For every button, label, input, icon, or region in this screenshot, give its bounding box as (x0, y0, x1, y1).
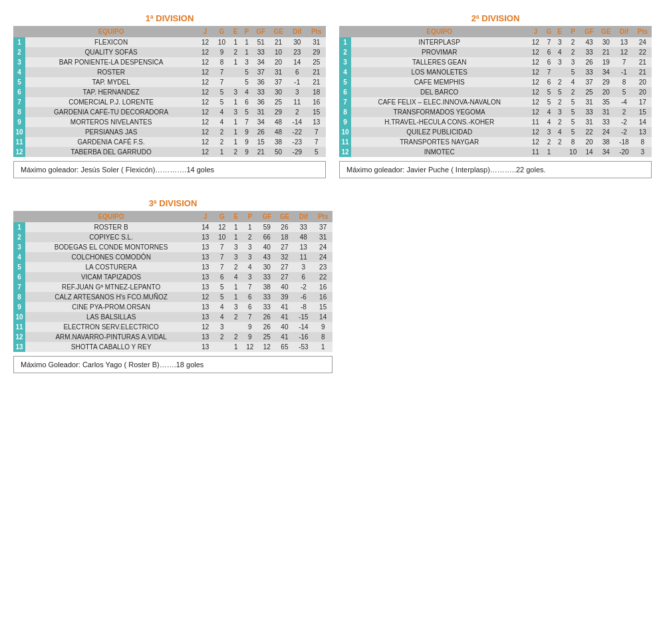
stat-cell: 7 (307, 127, 326, 137)
stat-cell: 10 (213, 37, 230, 47)
table-row: 3BAR PONIENTE-LA DESPENSICA1281334201425 (13, 57, 326, 67)
stat-cell: 2 (565, 37, 581, 47)
stat-cell: 4 (241, 262, 258, 272)
table-row: 8TRANSFORMADOS YEGOMA124353331215 (339, 107, 652, 117)
stat-cell: 4 (543, 107, 554, 117)
table-row: 4COLCHONES COMODÓN1373343321124 (13, 252, 332, 262)
rank-cell: 8 (339, 107, 351, 117)
div3-scorer-note: Máximo Goleador: Carlos Yago ( Roster B)… (13, 356, 332, 373)
stat-cell: 5 (565, 117, 581, 127)
stat-cell: 33 (258, 292, 275, 302)
stat-cell: 2 (555, 97, 565, 107)
team-name-cell: CAFE MEMPHIS (351, 77, 527, 87)
rank-cell: 9 (339, 117, 351, 127)
stat-cell: 7 (543, 37, 554, 47)
team-name-cell: ROSTER (25, 67, 197, 77)
div3-header-ge: GE (275, 211, 293, 222)
stat-cell: 36 (252, 97, 269, 107)
div3-header-gf: GF (258, 211, 275, 222)
stat-cell: -15 (293, 312, 313, 322)
stat-cell: 2 (230, 262, 241, 272)
stat-cell: 4 (213, 107, 230, 117)
bottom-row: 3ª DIVISION EQUIPO J G E P GF GE Dif Pts (13, 198, 652, 373)
stat-cell: 5 (565, 107, 581, 117)
stat-cell: 66 (258, 232, 275, 242)
stat-cell: 7 (543, 67, 554, 77)
stat-cell: 13 (197, 302, 213, 312)
rank-cell: 11 (13, 137, 25, 147)
stat-cell: 34 (597, 67, 614, 77)
stat-cell: 4 (565, 77, 581, 87)
team-name-cell: GARDENIA CAFÉ F.S. (25, 137, 197, 147)
stat-cell: 24 (313, 242, 332, 252)
div1-header-dif: Dif (287, 26, 307, 37)
stat-cell: 12 (527, 77, 543, 87)
team-name-cell: REF.JUAN Gª MTNEZ-LEPANTO (25, 282, 197, 292)
table-row: 8GARDENIA CAFÉ-TU DECORADORA124353129215 (13, 107, 326, 117)
stat-cell: 38 (258, 282, 275, 292)
team-name-cell: COMERCIAL P.J. LORENTE (25, 97, 197, 107)
stat-cell: 5 (565, 127, 581, 137)
table-row: 6VICAM TAPIZADOS136433327622 (13, 272, 332, 282)
stat-cell: 3 (213, 322, 230, 332)
rank-cell: 5 (13, 77, 25, 87)
stat-cell: 27 (275, 272, 293, 282)
table-row: 12INMOTEC111101434-203 (339, 147, 652, 157)
stat-cell: 20 (269, 57, 287, 67)
stat-cell: 26 (275, 222, 293, 232)
stat-cell: 4 (213, 312, 230, 322)
team-name-cell: FLEXICON (25, 37, 197, 47)
table-row: 12ARM.NAVARRO-PINTURAS A.VIDAL132292541-… (13, 332, 332, 342)
stat-cell: 1 (230, 57, 241, 67)
stat-cell: 5 (241, 67, 253, 77)
stat-cell: 15 (307, 107, 326, 117)
stat-cell: 1 (241, 37, 253, 47)
stat-cell: 4 (543, 117, 554, 127)
stat-cell: 10 (565, 147, 581, 157)
stat-cell: 7 (241, 282, 258, 292)
stat-cell: 2 (565, 87, 581, 97)
stat-cell: 1 (230, 282, 241, 292)
rank-cell: 5 (13, 262, 25, 272)
stat-cell: 3 (555, 57, 565, 67)
stat-cell: 12 (197, 147, 213, 157)
stat-cell: 2 (213, 137, 230, 147)
stat-cell: 7 (307, 137, 326, 147)
stat-cell: 6 (543, 47, 554, 57)
stat-cell: 24 (313, 252, 332, 262)
stat-cell: 1 (241, 222, 258, 232)
team-name-cell: PERSIANAS JAS (25, 127, 197, 137)
table-row: 6TAP. HERNANDEZ125343330318 (13, 87, 326, 97)
stat-cell: 14 (581, 147, 598, 157)
team-name-cell: SHOTTA CABALLO Y REY (25, 342, 197, 352)
stat-cell: 2 (565, 47, 581, 57)
stat-cell: 3 (634, 147, 652, 157)
stat-cell: -29 (287, 147, 307, 157)
team-name-cell: BODEGAS EL CONDE MONTORNES (25, 242, 197, 252)
stat-cell: 5 (614, 87, 633, 97)
table-row: 11GARDENIA CAFÉ F.S.122191538-237 (13, 137, 326, 147)
stat-cell: 21 (252, 147, 269, 157)
stat-cell: 12 (213, 222, 230, 232)
stat-cell: 12 (527, 137, 543, 147)
rank-cell: 1 (13, 222, 25, 232)
rank-cell: 11 (13, 322, 25, 332)
stat-cell: 2 (614, 107, 633, 117)
stat-cell: 2 (213, 127, 230, 137)
stat-cell: 27 (275, 262, 293, 272)
rank-cell: 3 (339, 57, 351, 67)
stat-cell: 18 (307, 87, 326, 97)
stat-cell (555, 147, 565, 157)
stat-cell: 15 (634, 107, 652, 117)
stat-cell: 3 (230, 302, 241, 312)
stat-cell: 1 (230, 127, 241, 137)
stat-cell: 12 (614, 47, 633, 57)
div1-header-pts: Pts (307, 26, 326, 37)
stat-cell: 26 (252, 127, 269, 137)
stat-cell: -16 (293, 332, 313, 342)
team-name-cell: LA COSTURERA (25, 262, 197, 272)
stat-cell: 12 (197, 137, 213, 147)
stat-cell: 20 (597, 87, 614, 97)
table-row: 9MORTEROS NIVELANTES124173448-1413 (13, 117, 326, 127)
page-container: 1ª DIVISION EQUIPO J G E P GF GE Dif Pts (13, 13, 652, 373)
